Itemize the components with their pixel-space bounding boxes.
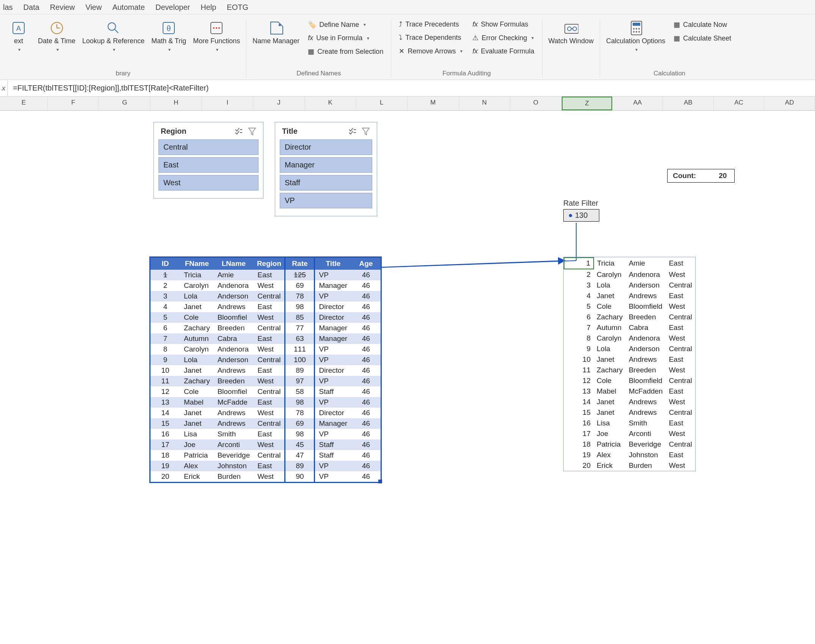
cell[interactable]: 7	[150, 333, 180, 344]
cell[interactable]: Central	[666, 280, 695, 291]
menu-data[interactable]: Data	[24, 3, 39, 12]
cell[interactable]: 47	[285, 450, 315, 461]
cell[interactable]: Autumn	[180, 333, 214, 344]
cell[interactable]: VP	[315, 344, 351, 355]
cell[interactable]: 46	[351, 280, 381, 291]
cell[interactable]: Cabra	[214, 333, 254, 344]
cell[interactable]: Andenora	[214, 344, 254, 355]
result-row[interactable]: 19AlexJohnstonEast	[564, 450, 695, 460]
calculate-now-button[interactable]: ▦Calculate Now	[671, 19, 734, 30]
cell[interactable]: East	[254, 270, 285, 280]
cell[interactable]: West	[666, 269, 695, 280]
cell[interactable]: Andrews	[626, 397, 666, 407]
cell[interactable]: Autumn	[594, 322, 626, 333]
slicer-region-item-east[interactable]: East	[158, 157, 259, 173]
slicer-region-item-central[interactable]: Central	[158, 139, 259, 155]
evaluate-formula-button[interactable]: fxEvaluate Formula	[470, 46, 536, 57]
cell[interactable]: 46	[351, 365, 381, 376]
cell[interactable]: 16	[564, 418, 594, 428]
cell[interactable]: Central	[666, 407, 695, 418]
remove-arrows-button[interactable]: ✕Remove Arrows▾	[397, 45, 465, 57]
cell[interactable]: 1	[150, 270, 180, 280]
cell[interactable]: 10	[150, 365, 180, 376]
table-header-title[interactable]: Title	[315, 258, 351, 270]
cell[interactable]: Lola	[180, 291, 214, 302]
cell[interactable]: Janet	[180, 365, 214, 376]
result-row[interactable]: 5ColeBloomfieldWest	[564, 301, 695, 312]
table-header-fname[interactable]: FName	[180, 258, 214, 270]
cell[interactable]: 46	[351, 270, 381, 280]
cell[interactable]: Central	[254, 323, 285, 333]
cell[interactable]: 46	[351, 355, 381, 365]
cell[interactable]: East	[666, 386, 695, 397]
cell[interactable]: East	[666, 258, 695, 269]
col-header-O[interactable]: O	[510, 97, 562, 110]
cell[interactable]: 46	[351, 291, 381, 302]
error-checking-button[interactable]: ⚠Error Checking▾	[470, 32, 536, 44]
result-row[interactable]: 11ZacharyBreedenWest	[564, 365, 695, 375]
col-header-G[interactable]: G	[99, 97, 150, 110]
cell[interactable]: Central	[666, 375, 695, 386]
cell[interactable]: 19	[150, 461, 180, 471]
cell[interactable]: Andrews	[626, 291, 666, 301]
cell[interactable]: 98	[285, 429, 315, 439]
cell[interactable]: 11	[150, 376, 180, 386]
calculate-sheet-button[interactable]: ▦Calculate Sheet	[671, 33, 734, 44]
slicer-title-item-vp[interactable]: VP	[280, 193, 372, 208]
cell[interactable]: Staff	[315, 450, 351, 461]
table-row[interactable]: 7AutumnCabraEast63Manager46	[150, 333, 381, 344]
cell[interactable]: 46	[351, 312, 381, 323]
col-header-AB[interactable]: AB	[663, 97, 714, 110]
col-header-Z[interactable]: Z	[562, 97, 613, 110]
cell[interactable]: 46	[351, 418, 381, 429]
cell[interactable]: Janet	[594, 354, 626, 365]
cell[interactable]: 8	[150, 344, 180, 355]
cell[interactable]: Director	[315, 408, 351, 418]
cell[interactable]: 19	[564, 450, 594, 460]
cell[interactable]: Janet	[594, 291, 626, 301]
cell[interactable]: 90	[285, 471, 315, 482]
calculation-options-button[interactable]: Calculation Options▾	[605, 19, 666, 54]
cell[interactable]: West	[666, 301, 695, 312]
cell[interactable]: 46	[351, 302, 381, 312]
cell[interactable]: VP	[315, 376, 351, 386]
cell[interactable]: VP	[315, 291, 351, 302]
cell[interactable]: Anderson	[214, 355, 254, 365]
cell[interactable]: Beveridge	[626, 439, 666, 450]
cell[interactable]: McFadde	[214, 397, 254, 408]
menu-formulas[interactable]: las	[3, 3, 13, 12]
cell[interactable]: Patricia	[180, 450, 214, 461]
col-header-M[interactable]: M	[408, 97, 459, 110]
cell[interactable]: West	[254, 408, 285, 418]
define-name-button[interactable]: 🏷️Define Name▾	[306, 19, 386, 30]
mathtrig-fn-button[interactable]: θ Math & Trig▾	[150, 19, 187, 54]
col-header-K[interactable]: K	[305, 97, 356, 110]
cell[interactable]: 2	[150, 280, 180, 291]
cell[interactable]: 46	[351, 408, 381, 418]
cell[interactable]: West	[666, 460, 695, 471]
result-row[interactable]: 8CarolynAndenoraWest	[564, 333, 695, 344]
cell[interactable]: 17	[150, 439, 180, 450]
table-row[interactable]: 11ZacharyBreedenWest97VP46	[150, 376, 381, 386]
cell[interactable]: VP	[315, 355, 351, 365]
slicer-title-item-staff[interactable]: Staff	[280, 175, 372, 191]
name-manager-button[interactable]: Name Manager	[252, 19, 300, 47]
cell[interactable]: 58	[285, 386, 315, 397]
cell[interactable]: 46	[351, 461, 381, 471]
slicer-title[interactable]: Title DirectorManagerStaffVP	[275, 122, 377, 216]
cell[interactable]: East	[666, 322, 695, 333]
table-row[interactable]: 17JoeArcontiWest45Staff46	[150, 439, 381, 450]
cell[interactable]: West	[254, 312, 285, 323]
cell[interactable]: 10	[564, 354, 594, 365]
cell[interactable]: Mabel	[180, 397, 214, 408]
menu-review[interactable]: Review	[50, 3, 75, 12]
result-row[interactable]: 6ZacharyBreedenCentral	[564, 312, 695, 322]
cell[interactable]: Arconti	[214, 439, 254, 450]
cell[interactable]: Central	[254, 450, 285, 461]
clear-filter-icon[interactable]	[248, 127, 256, 136]
cell[interactable]: 15	[564, 407, 594, 418]
cell[interactable]: 100	[285, 355, 315, 365]
cell[interactable]: Carolyn	[180, 280, 214, 291]
cell[interactable]: Bloomfiel	[214, 312, 254, 323]
col-header-N[interactable]: N	[459, 97, 511, 110]
